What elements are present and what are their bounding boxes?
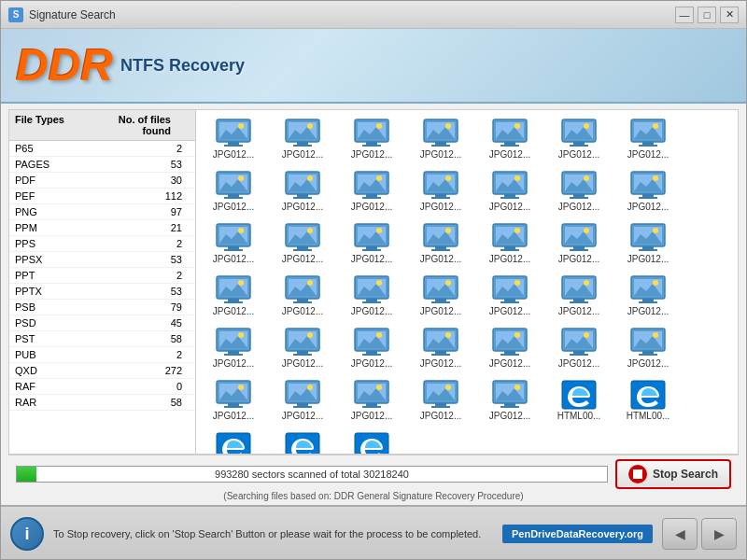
file-types-list[interactable]: P652PAGES53PDF30PEF112PNG97PPM21PPS2PPSX… [9,141,195,454]
jpg-file-icon [422,170,459,200]
list-item[interactable]: JPG012... [269,166,336,217]
file-type-row[interactable]: RAF0 [9,379,195,395]
list-item[interactable]: JPG012... [200,271,267,321]
list-item[interactable]: JPG012... [338,323,405,373]
list-item[interactable]: JPG012... [269,375,336,426]
list-item[interactable]: JPG012... [200,114,267,164]
file-label: JPG012... [340,358,403,370]
svg-rect-208 [642,351,654,354]
list-item[interactable]: JPG012... [614,323,682,373]
list-item[interactable]: JPG012... [407,323,474,373]
svg-rect-190 [435,351,446,354]
list-item[interactable]: JPG012... [476,375,543,426]
list-item[interactable]: HTML00... [545,375,613,426]
file-type-row[interactable]: PUB2 [9,347,195,363]
file-label: JPG012... [340,254,403,265]
html-file-icon [629,379,667,409]
list-item[interactable]: JPG012... [407,218,474,269]
list-item[interactable]: JPG012... [476,271,543,321]
file-type-name: PPS [15,238,134,249]
list-item[interactable]: JPG012... [614,218,682,269]
list-item[interactable]: JPG012... [338,375,405,426]
list-item[interactable]: JPG012... [338,166,405,217]
list-item[interactable]: HTML00... [269,427,336,454]
file-type-row[interactable]: PDF30 [9,173,195,189]
jpg-file-icon [284,327,321,357]
svg-rect-16 [366,142,377,145]
jpg-file-icon [353,118,390,147]
svg-point-171 [238,332,244,338]
list-item[interactable]: JPG012... [269,114,336,164]
svg-point-45 [238,175,244,181]
file-type-row[interactable]: PPS2 [9,236,195,252]
svg-point-237 [514,385,520,390]
list-item[interactable]: JPG012... [338,271,405,321]
file-type-name: PNG [15,206,134,217]
list-item[interactable]: JPG012... [269,271,336,321]
list-item[interactable]: JPG012... [545,271,613,321]
file-label: JPG012... [478,306,542,317]
list-item[interactable]: JPG012... [200,166,267,217]
file-type-row[interactable]: RAR58 [9,395,195,411]
list-item[interactable]: JPG012... [614,271,682,321]
list-item[interactable]: JPG012... [269,218,336,269]
svg-rect-89 [224,249,243,251]
back-button[interactable]: ◀ [662,518,698,550]
next-button[interactable]: ▶ [701,518,737,550]
file-type-row[interactable]: P652 [9,141,195,157]
list-item[interactable]: JPG012... [407,166,474,217]
list-item[interactable]: HTML00... [200,427,267,454]
file-type-row[interactable]: QXD272 [9,363,195,379]
list-item[interactable]: JPG012... [614,114,682,164]
file-grid-panel[interactable]: JPG012... JPG012... [196,110,738,454]
list-item[interactable]: JPG012... [476,114,543,164]
list-item[interactable]: JPG012... [476,323,543,373]
list-item[interactable]: JPG012... [545,323,613,373]
list-item[interactable]: JPG012... [269,323,336,373]
list-item[interactable]: JPG012... [545,166,613,217]
file-type-row[interactable]: PSB79 [9,300,195,315]
footer-website[interactable]: PenDriveDataRecovery.org [502,525,653,543]
list-item[interactable]: JPG012... [200,218,267,269]
file-type-row[interactable]: PEF112 [9,189,195,204]
file-type-count: 45 [134,317,190,329]
list-item[interactable]: HTML00... [614,375,682,426]
svg-rect-203 [570,354,588,356]
file-type-row[interactable]: PSD45 [9,315,195,331]
list-item[interactable]: JPG012... [407,271,474,321]
file-type-row[interactable]: PPTX53 [9,284,195,300]
list-item[interactable]: JPG012... [338,114,405,164]
svg-rect-118 [573,246,585,249]
maximize-button[interactable]: □ [698,7,716,23]
list-item[interactable]: HTML00... [338,427,405,454]
list-item[interactable]: JPG012... [545,218,613,269]
list-item[interactable]: JPG012... [476,166,543,217]
file-type-row[interactable]: PNG97 [9,204,195,220]
file-type-row[interactable]: PST58 [9,331,195,347]
file-type-row[interactable]: PPM21 [9,220,195,236]
file-type-count: 2 [134,270,190,281]
close-button[interactable]: ✕ [720,7,739,23]
list-item[interactable]: JPG012... [338,218,405,269]
minimize-button[interactable]: — [675,7,694,23]
file-type-row[interactable]: PPT2 [9,268,195,284]
list-item[interactable]: JPG012... [200,375,267,426]
stop-search-button[interactable]: Stop Search [615,459,731,489]
list-item[interactable]: JPG012... [407,114,474,164]
svg-point-33 [584,123,589,129]
list-item[interactable]: JPG012... [200,323,267,373]
list-item[interactable]: JPG012... [614,166,682,217]
list-item[interactable]: JPG012... [407,375,474,426]
file-type-row[interactable]: PPSX53 [9,252,195,268]
file-label: JPG012... [340,202,403,213]
file-label: JPG012... [202,202,265,213]
svg-point-117 [584,228,589,233]
file-type-row[interactable]: PAGES53 [9,157,195,173]
svg-rect-137 [293,301,312,303]
title-bar-controls: — □ ✕ [675,7,739,23]
list-item[interactable]: JPG012... [476,218,543,269]
svg-rect-4 [228,142,239,145]
jpg-file-icon [560,274,598,304]
jpg-file-icon [422,327,459,357]
list-item[interactable]: JPG012... [545,114,613,164]
